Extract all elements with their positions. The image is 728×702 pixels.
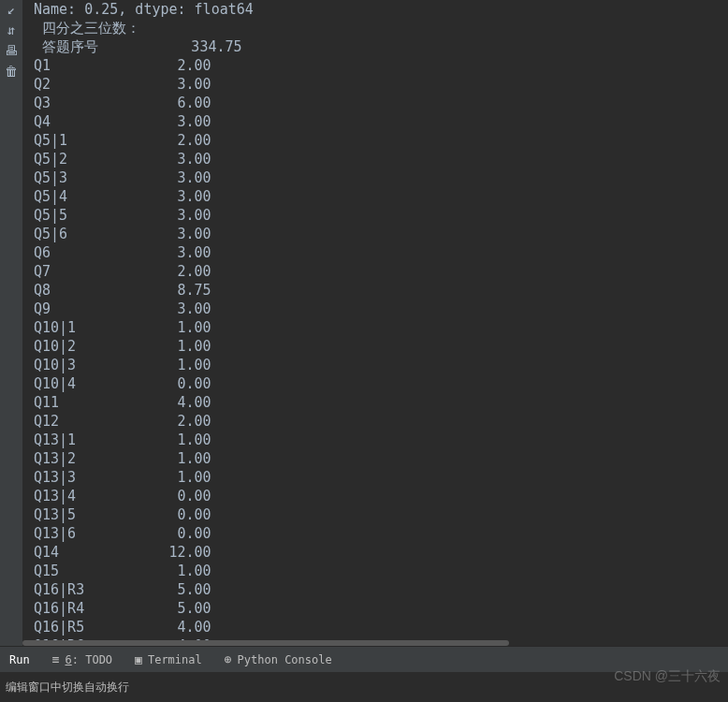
scroll-to-end-icon[interactable]: ↙: [4, 2, 19, 17]
python-icon: ⊕: [225, 652, 232, 666]
soft-wrap-icon[interactable]: ⇵: [4, 22, 19, 37]
python-console-tab-label: Python Console: [238, 653, 332, 666]
status-text: 编辑窗口中切换自动换行: [6, 680, 129, 695]
trash-icon[interactable]: 🗑: [4, 64, 19, 79]
terminal-tab[interactable]: ▣ Terminal: [131, 652, 206, 666]
console-output: Name: 0.25, dtype: float64 四分之三位数： 答题序号 …: [22, 0, 728, 646]
watermark: CSDN @三十六夜: [614, 668, 721, 685]
list-icon: ≡: [52, 652, 60, 666]
print-icon[interactable]: 🖶: [4, 43, 19, 58]
run-tab[interactable]: Run: [6, 653, 34, 666]
terminal-icon: ▣: [135, 652, 142, 666]
todo-tab[interactable]: ≡ 6: TODO: [49, 652, 116, 666]
terminal-tab-label: Terminal: [148, 653, 202, 666]
run-tab-label: Run: [9, 653, 30, 666]
python-console-tab[interactable]: ⊕ Python Console: [221, 652, 336, 666]
todo-tab-label: 6: TODO: [66, 653, 113, 666]
console-gutter: ↙ ⇵ 🖶 🗑: [0, 0, 22, 646]
